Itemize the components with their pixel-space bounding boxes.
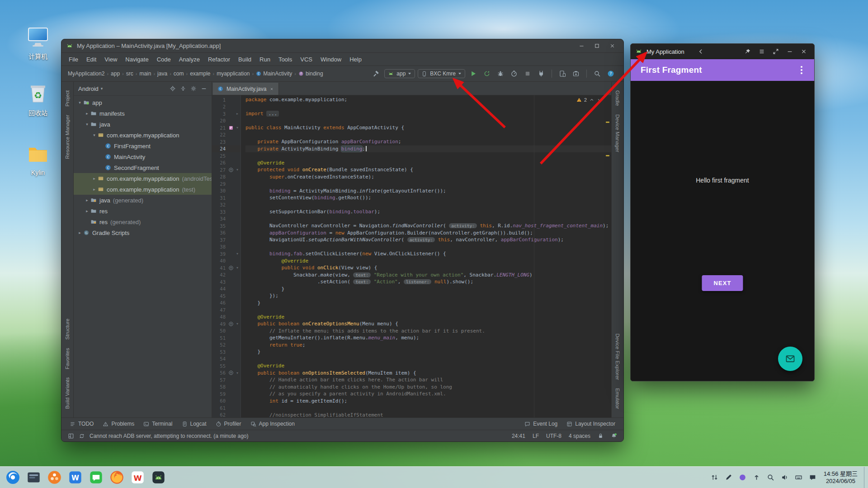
code-line-50[interactable]: // Inflate the menu; this adds items to … [245,328,611,335]
fold-marker-icon[interactable]: ▾ [235,168,240,172]
fold-marker-icon[interactable]: ▾ [235,126,240,130]
chevron-down-icon[interactable] [597,97,602,103]
toolwindow-layout-inspector[interactable]: Layout Inspector [563,419,619,428]
menu-file[interactable]: File [65,55,82,64]
tree-node-firstfragment[interactable]: CFirstFragment [74,141,212,151]
editor-tab-mainactivity[interactable]: C MainActivity.java [213,83,279,95]
debug-icon[interactable] [495,69,506,79]
toolwindow-gradle[interactable]: Gradle [615,86,620,110]
override-gutter-icon[interactable] [227,370,235,376]
code-line-25[interactable] [245,152,611,160]
code-line-38[interactable] [245,244,611,251]
close-tab-icon[interactable] [269,87,274,91]
code-line-30[interactable]: binding = ActivityMainBinding.inflate(ge… [245,188,611,195]
next-button[interactable]: NEXT [702,275,743,291]
toolwindow-project[interactable]: Project [65,86,70,111]
notification-bell-icon[interactable] [611,433,617,439]
status-lf[interactable]: LF [533,433,539,439]
code-line-24[interactable]: private ActivityMainBinding binding; [245,145,611,153]
toolwindow-todo[interactable]: TODO [66,419,97,428]
tree-node-res-generated[interactable]: res(generated) [74,216,212,227]
gear-icon[interactable] [190,85,197,92]
tree-node-com-example-myapplication-androidtest[interactable]: ▸com.example.myapplication(androidTest) [74,173,212,184]
minimize-button[interactable] [575,41,588,51]
menu-tools[interactable]: Tools [275,55,296,64]
warning-stripe-mark[interactable] [606,122,609,123]
code-line-1[interactable]: package com.example.myapplication; [245,96,611,103]
code-line-33[interactable]: setSupportActionBar(binding.toolbar); [245,208,611,216]
override-gutter-icon[interactable] [227,265,235,271]
override-gutter-icon[interactable] [227,321,235,327]
code-line-27[interactable]: protected void onCreate(Bundle savedInst… [245,166,611,174]
project-view-selector[interactable]: Android ▾ [78,85,103,92]
toolwindow-profiler[interactable]: Profiler [212,419,245,428]
taskbar-clock[interactable]: 14:56 星期三 2024/06/05 [822,470,864,485]
tree-node-res[interactable]: ▸res [74,206,212,216]
toolwindow-emulator[interactable]: Emulator [615,384,620,413]
tray-keyboard-icon[interactable] [795,474,802,481]
code-line-55[interactable]: @Override [245,362,611,370]
tray-updown-arrows-icon[interactable] [711,474,718,481]
window-menu-button[interactable] [756,46,768,57]
code-line-26[interactable]: @Override [245,160,611,167]
code-line-31[interactable]: setContentView(binding.getRoot()); [245,194,611,202]
locate-file-icon[interactable] [170,85,176,92]
code-line-48[interactable]: @Override [245,314,611,321]
attach-debugger-icon[interactable] [536,69,547,79]
pin-window-button[interactable] [742,46,754,57]
toolwindow-structure[interactable]: Structure [65,314,70,344]
code-line-56[interactable]: public boolean onOptionsItemSelected(Men… [245,370,611,377]
toolwindow-problems[interactable]: Problems [99,419,138,428]
toolwindow-resource-manager[interactable]: Resource Manager [65,111,70,163]
code-line-53[interactable]: } [245,348,611,356]
hide-panel-icon[interactable] [201,85,207,92]
back-button[interactable] [695,46,707,57]
profiler-icon[interactable] [509,69,519,79]
code-line-39[interactable]: binding.fab.setOnClickListener(new View.… [245,250,611,258]
code-line-37[interactable]: NavigationUI.setupActionBarWithNavContro… [245,236,611,244]
minimize-button[interactable] [784,46,796,57]
breadcrumb-main[interactable]: main [139,70,151,77]
code-line-52[interactable]: return true; [245,342,611,349]
module-selector[interactable]: app [384,69,415,78]
tree-node-app[interactable]: ▾app [74,97,212,108]
overflow-menu-icon[interactable] [799,64,804,76]
related-layout-gutter-icon[interactable] [227,125,235,131]
breadcrumb-java[interactable]: java [157,70,167,77]
menu-vcs[interactable]: VCS [297,55,316,64]
code-line-20[interactable] [245,117,611,125]
menu-build[interactable]: Build [235,55,255,64]
breadcrumb-myapplication[interactable]: myapplication [217,70,250,77]
show-desktop-button[interactable] [864,467,868,488]
toolwindow-build-variants[interactable]: Build Variants [65,373,70,413]
code-line-47[interactable] [245,306,611,314]
code-line-45[interactable]: }); [245,292,611,300]
taskbar-file-manager[interactable] [24,468,43,488]
device-selector[interactable]: BXC Kmre [418,69,465,78]
status-4-spaces[interactable]: 4 spaces [569,433,590,439]
tray-upload-arrow-icon[interactable] [753,474,760,481]
tree-node-com-example-myapplication[interactable]: ▾com.example.myapplication [74,130,212,141]
maximize-button[interactable] [590,41,604,51]
taskbar-firefox[interactable] [107,468,127,488]
override-gutter-icon[interactable] [227,167,235,173]
desktop-icon-kylin-folder[interactable]: Kylin [15,142,61,176]
inspections-widget[interactable]: 2 [576,97,602,103]
chevron-up-icon[interactable] [589,97,594,103]
taskbar-android-studio-tile[interactable] [148,468,168,488]
menu-view[interactable]: View [101,55,121,64]
code-line-34[interactable] [245,216,611,223]
sync-status-icon[interactable] [79,433,85,439]
apply-changes-icon[interactable] [481,69,492,79]
code-line-41[interactable]: public void onClick(View view) { [245,264,611,272]
breadcrumb-com[interactable]: com [174,70,184,77]
fold-marker-icon[interactable]: ▸ [235,112,240,116]
toolwindow-logcat[interactable]: Logcat [178,419,210,428]
code-line-36[interactable]: appBarConfiguration = new AppBarConfigur… [245,230,611,237]
tray-pen-icon[interactable] [725,474,732,481]
fold-marker-icon[interactable]: ▾ [235,322,240,326]
tray-record-dot-icon[interactable] [739,474,746,481]
menu-edit[interactable]: Edit [83,55,100,64]
code-line-22[interactable] [245,131,611,139]
toolwindow-event-log[interactable]: Event Log [521,419,561,428]
